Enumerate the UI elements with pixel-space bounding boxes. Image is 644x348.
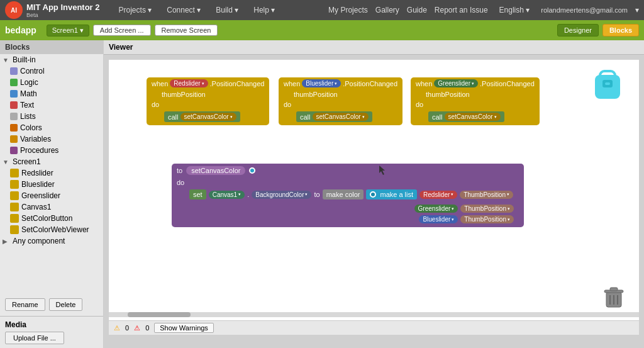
media-header: Media xyxy=(5,320,98,329)
blueslider-event-block[interactable]: when Blueslider ▾ .PositionChanged thumb… xyxy=(279,77,402,125)
call-set-canvas-green[interactable]: call setCanvasColor ▾ xyxy=(428,111,504,122)
greenslider-pill[interactable]: Greenslider ▾ xyxy=(434,79,478,87)
logic-color-icon xyxy=(10,79,18,86)
thumb-position-blue[interactable]: ThumbPosition ▾ xyxy=(460,215,514,223)
logo-icon: AI xyxy=(5,1,23,19)
make-color-block[interactable]: make color xyxy=(323,189,364,199)
connect-menu[interactable]: Connect ▾ xyxy=(163,4,204,16)
sidebar-item-procedures[interactable]: Procedures xyxy=(8,145,103,156)
trash-icon[interactable] xyxy=(601,284,626,310)
show-warnings-button[interactable]: Show Warnings xyxy=(154,323,214,333)
blocks-button[interactable]: Blocks xyxy=(602,24,639,36)
designer-button[interactable]: Designer xyxy=(557,24,599,36)
bg-color-dropdown[interactable]: BackgroundColor ▾ xyxy=(252,191,311,199)
blueslider-pill[interactable]: Blueslider ▾ xyxy=(302,79,341,87)
redslider-thumb-dropdown[interactable]: Redslider ▾ xyxy=(419,191,457,199)
build-menu[interactable]: Build ▾ xyxy=(212,4,242,16)
procedure-dot-connector xyxy=(249,167,255,174)
thumb-position-green[interactable]: ThumbPosition ▾ xyxy=(460,205,514,213)
math-label: Math xyxy=(20,89,37,98)
sidebar-item-setcolorbutton[interactable]: SetColorButton xyxy=(8,213,103,224)
app-bar: bedapp Screen1 ▾ Add Screen ... Remove S… xyxy=(0,20,644,40)
screen1-section[interactable]: ▼ Screen1 xyxy=(0,156,103,167)
sidebar-item-greenslider[interactable]: Greenslider xyxy=(8,190,103,201)
make-a-list-block[interactable]: make a list xyxy=(366,189,417,199)
to-keyword: to xyxy=(314,191,319,198)
error-icon: ⚠ xyxy=(134,324,140,332)
canvas1-dropdown[interactable]: Canvas1 ▾ xyxy=(209,191,245,199)
top-navigation: AI MIT App Inventor 2 Beta Projects ▾ Co… xyxy=(0,0,644,20)
builtin-section[interactable]: ▼ Built-in xyxy=(0,54,103,65)
canvas1-icon xyxy=(10,203,19,211)
set-canvas-color-pill-green[interactable]: setCanvasColor ▾ xyxy=(445,113,501,121)
sidebar-item-math[interactable]: Math xyxy=(8,88,103,99)
horizontal-scrollbar[interactable] xyxy=(109,312,639,317)
control-label: Control xyxy=(20,67,45,76)
sidebar-item-setcolorwebviewer[interactable]: SetColorWebViewer xyxy=(8,224,103,235)
language-menu[interactable]: English ▾ xyxy=(496,4,534,16)
greenslider-thumb-dropdown[interactable]: Greenslider ▾ xyxy=(414,205,458,213)
viewer-panel: Viewer when Redslider ▾ .PositionChanged xyxy=(104,40,644,348)
logo-text: MIT App Inventor 2 Beta xyxy=(26,3,100,18)
procedure-name-pill[interactable]: setCanvasColor xyxy=(186,166,245,175)
screen1-label: Screen1 xyxy=(13,157,41,166)
help-menu[interactable]: Help ▾ xyxy=(250,4,279,16)
add-screen-button[interactable]: Add Screen ... xyxy=(93,25,151,36)
any-component-label: Any component xyxy=(13,237,65,245)
screen1-expand-icon: ▼ xyxy=(3,159,10,166)
any-component-item[interactable]: ▶ Any component xyxy=(0,235,103,247)
media-section: Media Upload File ... xyxy=(0,316,103,348)
sidebar-item-text[interactable]: Text xyxy=(8,99,103,111)
sidebar-item-logic[interactable]: Logic xyxy=(8,77,103,88)
blueslider-icon xyxy=(10,180,19,189)
redslider-pill[interactable]: Redslider ▾ xyxy=(170,79,208,87)
procedure-do-content: set Canvas1 ▾ . BackgroundColor ▾ to mak… xyxy=(172,188,524,205)
sidebar-item-blueslider[interactable]: Blueslider xyxy=(8,179,103,190)
sidebar-item-control[interactable]: Control xyxy=(8,65,103,77)
any-component-expand-icon: ▶ xyxy=(3,238,10,245)
sidebar-item-canvas1[interactable]: Canvas1 xyxy=(8,201,103,213)
projects-menu[interactable]: Projects ▾ xyxy=(115,4,156,16)
sidebar-item-colors[interactable]: Colors xyxy=(8,122,103,133)
thumb-position-red[interactable]: ThumbPosition ▾ xyxy=(460,191,513,199)
colors-label: Colors xyxy=(20,123,42,132)
upload-file-button[interactable]: Upload File ... xyxy=(5,332,64,344)
call-set-canvas-red[interactable]: call setCanvasColor ▾ xyxy=(164,111,240,122)
procedure-list-row3: Blueslider ▾ ThumbPosition ▾ xyxy=(172,215,524,227)
my-projects-link[interactable]: My Projects xyxy=(328,6,368,14)
dot-separator: . xyxy=(247,191,249,198)
setcolorbutton-icon xyxy=(10,214,19,223)
guide-link[interactable]: Guide xyxy=(407,6,427,14)
set-canvas-color-pill-blue[interactable]: setCanvasColor ▾ xyxy=(313,113,369,121)
control-color-icon xyxy=(10,67,18,75)
sidebar-item-redslider[interactable]: Redslider xyxy=(8,167,103,179)
set-canvas-color-procedure[interactable]: to setCanvasColor do set Canvas1 ▾ . Bac… xyxy=(172,164,524,227)
remove-screen-button[interactable]: Remove Screen xyxy=(155,25,218,36)
builtin-expand-icon: ▼ xyxy=(3,57,10,64)
do-label-blue: do xyxy=(284,101,291,108)
set-keyword[interactable]: set xyxy=(189,189,206,199)
report-issue-link[interactable]: Report an Issue xyxy=(435,6,488,14)
backpack-icon[interactable] xyxy=(589,66,626,104)
when-label-green: when xyxy=(416,80,432,87)
blueslider-thumb-dropdown[interactable]: Blueslider ▾ xyxy=(419,215,458,223)
sidebar-item-lists[interactable]: Lists xyxy=(8,111,103,122)
variables-label: Variables xyxy=(20,135,51,143)
greenslider-event-block[interactable]: when Greenslider ▾ .PositionChanged thum… xyxy=(411,77,540,125)
list-dot-icon xyxy=(370,191,376,198)
setcolorwebviewer-label: SetColorWebViewer xyxy=(21,225,89,234)
setcolorbutton-label: SetColorButton xyxy=(21,214,72,223)
viewer-canvas[interactable]: when Redslider ▾ .PositionChanged thumbP… xyxy=(109,60,639,335)
sidebar-item-variables[interactable]: Variables xyxy=(8,133,103,145)
gallery-link[interactable]: Gallery xyxy=(375,6,399,14)
horizontal-scrollbar-thumb[interactable] xyxy=(128,312,191,317)
screen1-button[interactable]: Screen1 ▾ xyxy=(47,25,89,36)
rename-button[interactable]: Rename xyxy=(5,298,45,311)
screen1-items: Redslider Blueslider Greenslider Canvas1… xyxy=(0,167,103,235)
variables-color-icon xyxy=(10,135,18,143)
main-content: Blocks ▼ Built-in Control Logic Math Tex… xyxy=(0,40,644,348)
set-canvas-color-pill-red[interactable]: setCanvasColor ▾ xyxy=(180,113,236,121)
call-set-canvas-blue[interactable]: call setCanvasColor ▾ xyxy=(296,111,372,122)
delete-button[interactable]: Delete xyxy=(49,298,83,311)
redslider-event-block[interactable]: when Redslider ▾ .PositionChanged thumbP… xyxy=(147,77,269,125)
